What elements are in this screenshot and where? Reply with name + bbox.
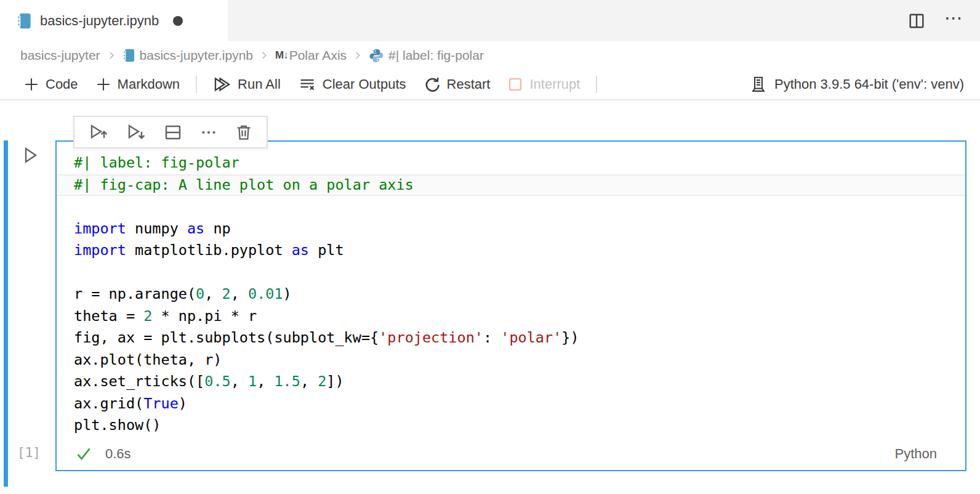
tab-basics-jupyter[interactable]: basics-jupyter.ipynb — [0, 0, 228, 41]
kernel-picker[interactable]: Python 3.9.5 64-bit ('env': venv) — [750, 76, 965, 93]
cell-toolbar — [73, 116, 268, 148]
code-line[interactable]: #| fig-cap: A line plot on a polar axis — [57, 174, 965, 196]
execution-duration: 0.6s — [105, 446, 131, 462]
markdown-cell-icon: M↓ — [275, 49, 288, 62]
add-code-button[interactable]: Code — [15, 72, 87, 97]
restart-button[interactable]: Restart — [415, 72, 499, 97]
code-lines: #| label: fig-polar#| fig-cap: A line pl… — [57, 152, 965, 437]
code-line[interactable]: import matplotlib.pyplot as plt — [57, 240, 965, 262]
cell-status-bar: 0.6s Python — [58, 439, 964, 469]
plus-icon — [95, 76, 111, 92]
run-above-icon[interactable] — [88, 123, 109, 142]
notebook-icon — [17, 12, 32, 30]
notebook-editor: [1] — [0, 100, 980, 493]
run-below-icon[interactable] — [126, 123, 147, 142]
notebook-toolbar: Code Markdown Run All Clear Outputs — [0, 70, 980, 100]
code-cell[interactable]: #| label: fig-polar#| fig-cap: A line pl… — [55, 140, 966, 471]
clear-outputs-button[interactable]: Clear Outputs — [289, 72, 415, 97]
breadcrumb: basics-jupyter basics-jupyter.ipynb M↓ P… — [0, 41, 980, 70]
tab-bar: basics-jupyter.ipynb ⋯ — [0, 0, 980, 41]
run-all-icon — [213, 76, 231, 93]
notebook-icon — [122, 48, 135, 63]
delete-cell-icon[interactable] — [235, 123, 253, 142]
split-cell-icon[interactable] — [163, 123, 183, 142]
restart-icon — [424, 76, 441, 93]
kernel-icon — [750, 76, 767, 93]
code-line[interactable]: ax.grid(True) — [57, 393, 965, 415]
language-picker[interactable]: Python — [895, 446, 938, 462]
run-cell-button[interactable] — [20, 145, 40, 165]
breadcrumb-cell[interactable]: #| label: fig-polar — [369, 48, 484, 63]
run-all-button[interactable]: Run All — [204, 72, 289, 97]
cell-more-actions-icon[interactable] — [199, 123, 218, 142]
chevron-right-icon — [106, 50, 117, 61]
toolbar-divider — [596, 76, 597, 93]
split-editor-icon[interactable] — [907, 12, 926, 30]
code-line[interactable] — [57, 262, 965, 284]
code-editor[interactable]: #| label: fig-polar#| fig-cap: A line pl… — [57, 142, 965, 437]
breadcrumb-folder[interactable]: basics-jupyter — [20, 48, 100, 63]
more-actions-icon[interactable]: ⋯ — [944, 9, 964, 33]
cell-focus-indicator — [4, 140, 8, 487]
code-line[interactable]: ax.set_rticks([0.5, 1, 1.5, 2]) — [57, 371, 965, 393]
code-line[interactable]: theta = 2 * np.pi * r — [57, 306, 965, 328]
success-check-icon — [75, 446, 92, 462]
code-line[interactable]: r = np.arange(0, 2, 0.01) — [57, 283, 965, 306]
code-line[interactable]: import numpy as np — [57, 218, 965, 240]
chevron-right-icon — [352, 50, 363, 61]
chevron-right-icon — [259, 50, 270, 61]
clear-outputs-icon — [298, 76, 316, 93]
code-line[interactable] — [57, 196, 965, 218]
modified-dot-icon[interactable] — [173, 16, 183, 26]
add-markdown-button[interactable]: Markdown — [87, 72, 188, 97]
execution-count: [1] — [17, 445, 41, 460]
breadcrumb-section[interactable]: M↓ Polar Axis — [275, 48, 347, 63]
interrupt-button: Interrupt — [499, 72, 588, 97]
code-line[interactable]: plt.show() — [57, 415, 965, 437]
code-line[interactable]: fig, ax = plt.subplots(subplot_kw={'proj… — [57, 327, 965, 349]
python-icon — [369, 48, 384, 63]
tab-title: basics-jupyter.ipynb — [40, 13, 159, 29]
code-line[interactable]: #| label: fig-polar — [57, 152, 965, 174]
plus-icon — [23, 76, 39, 92]
toolbar-divider — [196, 76, 197, 93]
code-line[interactable]: ax.plot(theta, r) — [57, 349, 965, 371]
breadcrumb-file[interactable]: basics-jupyter.ipynb — [122, 48, 253, 63]
interrupt-stop-icon — [507, 76, 523, 92]
